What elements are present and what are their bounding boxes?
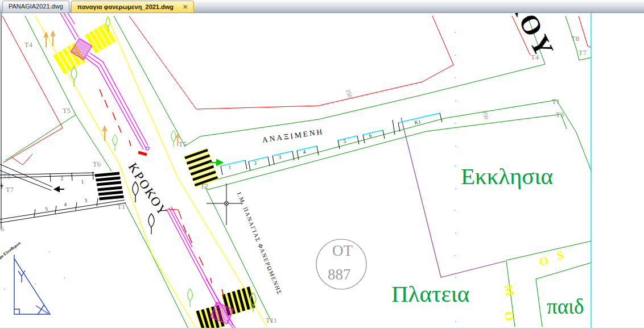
map-drawing <box>0 0 644 329</box>
tab-panagia2021[interactable]: PANAGIA2021.dwg <box>2 1 69 13</box>
drawing-canvas[interactable]: ΚΟΥΚΡΟΚΟΥΑΝΑΞΙΜΕΝΗΙ.Μ. ΠΑΝΑΓΙΑΣ ΦΑΝΕΡΩΜΕ… <box>0 0 644 329</box>
close-tab-icon[interactable]: ✕ <box>183 4 188 10</box>
green-curb-lines <box>6 16 592 328</box>
application-window: ΚΟΥΚΡΟΚΟΥΑΝΑΞΙΜΕΝΗΙ.Μ. ΠΑΝΑΓΙΑΣ ΦΑΝΕΡΩΜΕ… <box>0 0 644 329</box>
survey-crosshair <box>207 184 243 225</box>
trees-black <box>133 182 154 234</box>
crosswalk-side-street <box>95 173 124 199</box>
block-circle <box>316 239 366 289</box>
bike-path <box>60 13 235 328</box>
active-tab-label: παναγια φανερωμενη_2021.dwg <box>77 2 174 12</box>
survey-triangle <box>14 255 50 315</box>
crosswalk-anaximeni <box>185 150 218 185</box>
tab-panagia-faneromeni[interactable]: παναγια φανερωμενη_2021.dwg ✕ <box>71 1 194 13</box>
parking-stalls-anaximeni <box>221 113 442 175</box>
purple-boundary <box>401 118 506 277</box>
drawing-tab-bar: PANAGIA2021.dwg παναγια φανερωμενη_2021.… <box>0 0 644 13</box>
black-direction-arrow <box>55 187 64 191</box>
